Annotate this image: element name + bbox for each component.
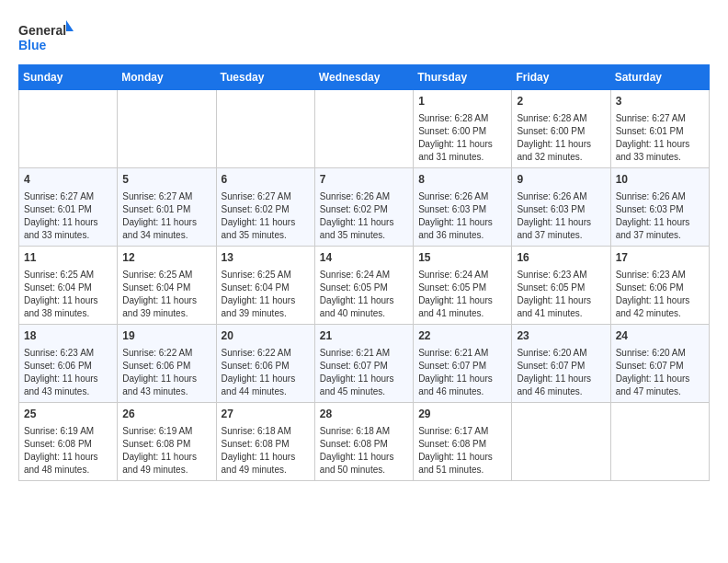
day-info-line: Sunrise: 6:25 AM — [122, 269, 210, 282]
day-info-line: Sunset: 6:01 PM — [24, 203, 112, 216]
calendar-day-cell: 29Sunrise: 6:17 AMSunset: 6:08 PMDayligh… — [414, 403, 512, 481]
day-number: 23 — [517, 328, 605, 344]
day-info-line: Daylight: 11 hours and 47 minutes. — [616, 373, 704, 398]
day-info-line: Daylight: 11 hours and 50 minutes. — [320, 451, 408, 477]
day-number: 11 — [24, 250, 112, 266]
weekday-header-cell: Thursday — [414, 65, 512, 90]
day-info-line: Daylight: 11 hours and 31 minutes. — [418, 138, 506, 164]
day-info-line: Sunset: 6:08 PM — [122, 438, 210, 451]
day-info-line: Daylight: 11 hours and 42 minutes. — [616, 294, 704, 320]
calendar-day-cell: 9Sunrise: 6:26 AMSunset: 6:03 PMDaylight… — [512, 168, 610, 247]
weekday-header-cell: Wednesday — [314, 65, 413, 90]
day-info-line: Sunset: 6:05 PM — [418, 282, 506, 294]
day-info-line: Daylight: 11 hours and 46 minutes. — [517, 373, 605, 398]
day-info-line: Sunset: 6:08 PM — [320, 438, 408, 451]
svg-text:Blue: Blue — [18, 38, 47, 52]
day-info-line: Daylight: 11 hours and 41 minutes. — [517, 294, 605, 320]
day-number: 21 — [320, 328, 408, 344]
day-info-line: Sunset: 6:07 PM — [418, 360, 506, 373]
calendar-day-cell — [118, 90, 216, 168]
calendar-day-cell — [314, 90, 413, 168]
calendar-day-cell: 2Sunrise: 6:28 AMSunset: 6:00 PMDaylight… — [512, 90, 610, 168]
day-info-line: Daylight: 11 hours and 37 minutes. — [616, 216, 704, 242]
day-info-line: Sunset: 6:04 PM — [122, 282, 210, 294]
day-info-line: Daylight: 11 hours and 32 minutes. — [517, 138, 605, 164]
day-info-line: Sunrise: 6:24 AM — [320, 269, 408, 282]
calendar-day-cell: 7Sunrise: 6:26 AMSunset: 6:02 PMDaylight… — [314, 168, 413, 247]
day-info-line: Daylight: 11 hours and 34 minutes. — [122, 216, 210, 242]
calendar-week-row: 4Sunrise: 6:27 AMSunset: 6:01 PMDaylight… — [19, 168, 710, 247]
logo-svg: General Blue — [18, 18, 74, 55]
day-info-line: Sunrise: 6:20 AM — [616, 347, 704, 360]
day-info-line: Daylight: 11 hours and 51 minutes. — [418, 451, 506, 477]
day-info-line: Daylight: 11 hours and 38 minutes. — [24, 294, 112, 320]
day-number: 25 — [24, 407, 112, 422]
logo: General Blue — [18, 18, 74, 55]
day-info-line: Sunset: 6:01 PM — [122, 203, 210, 216]
day-info-line: Sunrise: 6:18 AM — [222, 425, 310, 438]
day-number: 13 — [222, 250, 310, 266]
day-number: 9 — [517, 172, 605, 188]
calendar-day-cell: 21Sunrise: 6:21 AMSunset: 6:07 PMDayligh… — [314, 325, 413, 403]
day-info-line: Sunset: 6:06 PM — [222, 360, 310, 373]
calendar-week-row: 18Sunrise: 6:23 AMSunset: 6:06 PMDayligh… — [19, 325, 710, 403]
day-info-line: Sunrise: 6:19 AM — [122, 425, 210, 438]
day-info-line: Sunset: 6:01 PM — [616, 125, 704, 138]
day-info-line: Sunset: 6:06 PM — [616, 282, 704, 294]
day-info-line: Sunrise: 6:21 AM — [418, 347, 506, 360]
day-info-line: Sunrise: 6:28 AM — [418, 112, 506, 125]
day-info-line: Daylight: 11 hours and 40 minutes. — [320, 294, 408, 320]
calendar-day-cell: 10Sunrise: 6:26 AMSunset: 6:03 PMDayligh… — [610, 168, 709, 247]
day-info-line: Sunset: 6:08 PM — [222, 438, 310, 451]
day-number: 1 — [418, 94, 506, 109]
day-info-line: Sunrise: 6:17 AM — [418, 425, 506, 438]
calendar-day-cell — [19, 90, 118, 168]
header: General Blue — [18, 18, 710, 55]
day-info-line: Sunset: 6:03 PM — [517, 203, 605, 216]
calendar-day-cell: 23Sunrise: 6:20 AMSunset: 6:07 PMDayligh… — [512, 325, 610, 403]
calendar-day-cell: 12Sunrise: 6:25 AMSunset: 6:04 PMDayligh… — [118, 247, 216, 325]
day-number: 17 — [616, 250, 704, 266]
day-info-line: Daylight: 11 hours and 48 minutes. — [24, 451, 112, 477]
weekday-header-cell: Saturday — [610, 65, 709, 90]
day-info-line: Sunrise: 6:27 AM — [122, 190, 210, 203]
day-info-line: Sunset: 6:06 PM — [122, 360, 210, 373]
day-number: 10 — [616, 172, 704, 188]
day-number: 5 — [122, 172, 210, 188]
day-number: 4 — [24, 172, 112, 188]
day-info-line: Daylight: 11 hours and 39 minutes. — [122, 294, 210, 320]
calendar-day-cell: 15Sunrise: 6:24 AMSunset: 6:05 PMDayligh… — [414, 247, 512, 325]
day-info-line: Sunset: 6:03 PM — [418, 203, 506, 216]
calendar-day-cell: 19Sunrise: 6:22 AMSunset: 6:06 PMDayligh… — [118, 325, 216, 403]
day-info-line: Sunrise: 6:26 AM — [320, 190, 408, 203]
weekday-header-cell: Sunday — [19, 65, 118, 90]
day-number: 15 — [418, 250, 506, 266]
calendar-week-row: 25Sunrise: 6:19 AMSunset: 6:08 PMDayligh… — [19, 403, 710, 481]
calendar-day-cell: 22Sunrise: 6:21 AMSunset: 6:07 PMDayligh… — [414, 325, 512, 403]
day-info-line: Sunrise: 6:23 AM — [24, 347, 112, 360]
day-number: 22 — [418, 328, 506, 344]
day-info-line: Sunrise: 6:27 AM — [222, 190, 310, 203]
day-info-line: Sunrise: 6:23 AM — [517, 269, 605, 282]
day-number: 14 — [320, 250, 408, 266]
day-info-line: Sunset: 6:08 PM — [24, 438, 112, 451]
day-info-line: Daylight: 11 hours and 33 minutes. — [616, 138, 704, 164]
day-info-line: Sunrise: 6:26 AM — [418, 190, 506, 203]
day-number: 12 — [122, 250, 210, 266]
day-info-line: Daylight: 11 hours and 46 minutes. — [418, 373, 506, 398]
day-number: 2 — [517, 94, 605, 109]
day-info-line: Sunrise: 6:25 AM — [24, 269, 112, 282]
calendar-day-cell — [216, 90, 314, 168]
day-info-line: Daylight: 11 hours and 37 minutes. — [517, 216, 605, 242]
svg-marker-2 — [66, 20, 74, 31]
calendar-day-cell: 4Sunrise: 6:27 AMSunset: 6:01 PMDaylight… — [19, 168, 118, 247]
day-info-line: Sunset: 6:03 PM — [616, 203, 704, 216]
day-info-line: Daylight: 11 hours and 35 minutes. — [222, 216, 310, 242]
calendar-day-cell: 24Sunrise: 6:20 AMSunset: 6:07 PMDayligh… — [610, 325, 709, 403]
day-info-line: Daylight: 11 hours and 43 minutes. — [24, 373, 112, 398]
day-info-line: Sunrise: 6:26 AM — [517, 190, 605, 203]
calendar-table: SundayMondayTuesdayWednesdayThursdayFrid… — [18, 64, 710, 481]
calendar-day-cell: 6Sunrise: 6:27 AMSunset: 6:02 PMDaylight… — [216, 168, 314, 247]
day-number: 6 — [222, 172, 310, 188]
day-info-line: Sunrise: 6:18 AM — [320, 425, 408, 438]
